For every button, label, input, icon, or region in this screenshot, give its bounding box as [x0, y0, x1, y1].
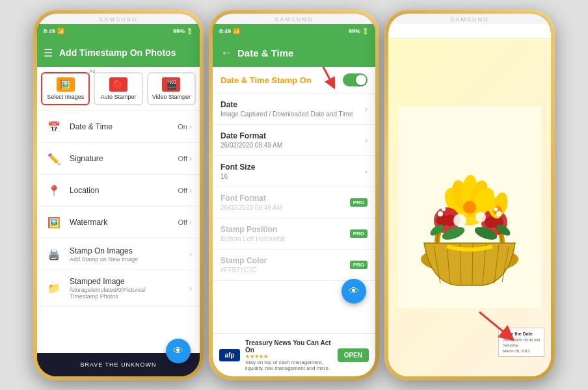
- video-stamper-label: Video Stamper: [152, 94, 191, 100]
- ts-line2: 26/02/2020 08:49 AM: [503, 337, 540, 343]
- stamp-position-value: Bottom Left Horizontal: [220, 235, 350, 242]
- datetime-content: Date & Time: [70, 122, 178, 131]
- hamburger-menu-icon[interactable]: ☰: [44, 47, 53, 59]
- select-images-button[interactable]: 🖼️ Select Images: [41, 72, 90, 105]
- time-2: 8:49: [219, 28, 231, 34]
- datetime-value: On: [178, 123, 187, 131]
- quick-actions-bar: Ad 🖼️ Select Images 🔴 Auto Stamper 🎬 Vid…: [37, 67, 200, 111]
- samsung-logo-3: SAMSUNG: [388, 14, 551, 24]
- menu-item-datetime[interactable]: 📅 Date & Time On ›: [37, 111, 200, 143]
- ad-label: Ad: [89, 68, 96, 74]
- date-value: Image Captured / Downloaded Date and Tim…: [220, 110, 365, 118]
- auto-stamper-button[interactable]: 🔴 Auto Stamper: [94, 72, 142, 105]
- date-title: Date: [220, 100, 365, 109]
- location-value: Off: [178, 187, 187, 194]
- time-1: 8:49: [44, 28, 55, 34]
- settings-row-font-size[interactable]: Font Size 16 ›: [213, 156, 375, 187]
- date-content: Date Image Captured / Downloaded Date an…: [220, 100, 365, 118]
- flower-basket-image: Save the Date 26/02/2020 08:49 AM Saturd…: [388, 38, 551, 376]
- app-toolbar-1: ☰ Add Timestamp On Photos: [37, 38, 200, 67]
- font-size-value: 16: [220, 173, 365, 180]
- menu-item-watermark[interactable]: 🖼️ Watermark Off ›: [37, 207, 200, 239]
- svg-point-36: [442, 207, 446, 211]
- fab-icon-1: 👁: [173, 345, 183, 357]
- font-size-content: Font Size 16: [220, 162, 365, 180]
- fab-button-1[interactable]: 👁: [166, 339, 191, 363]
- watermark-chevron: ›: [189, 218, 192, 227]
- phone-2: SAMSUNG 8:49 📶 99% 🔋 ← Date & Time: [209, 10, 379, 380]
- settings-row-font-format[interactable]: Font Format 26/02/2020 08:49 AM PRO: [213, 187, 375, 218]
- stamp-images-subtitle: Add Stamp on New Image: [70, 256, 189, 263]
- settings-row-date[interactable]: Date Image Captured / Downloaded Date an…: [213, 94, 375, 125]
- bottom-ad-text: BRAVE THE UNKNOWN: [80, 361, 156, 368]
- phone-3: SAMSUNG: [384, 10, 555, 380]
- font-format-value: 26/02/2020 08:49 AM: [220, 204, 350, 211]
- stamped-image-content: Stamped Image /storage/emulated/0/Pictur…: [70, 277, 189, 300]
- svg-point-37: [496, 211, 501, 216]
- pro-badge-font-format: PRO: [350, 198, 368, 207]
- phones-container: SAMSUNG 8:49 📶 99% 🔋 ☰ Add Timestamp On …: [27, 3, 561, 387]
- phone-1: SAMSUNG 8:49 📶 99% 🔋 ☰ Add Timestamp On …: [33, 10, 204, 380]
- datetime-chevron: ›: [189, 122, 192, 131]
- status-bar-1: 8:49 📶 99% 🔋: [37, 24, 200, 38]
- date-chevron: ›: [365, 105, 368, 114]
- signature-value: Off: [178, 155, 187, 162]
- back-button[interactable]: ←: [220, 46, 232, 60]
- status-right-2: 99% 🔋: [349, 28, 369, 34]
- afp-content: Treasury News You Can Act On ★★★★★ Stay …: [245, 339, 332, 371]
- afp-ad[interactable]: afp Treasury News You Can Act On ★★★★★ S…: [213, 333, 375, 376]
- ts-line4: March 06, 2013: [503, 348, 540, 354]
- stamp-position-content: Stamp Position Bottom Left Horizontal: [220, 225, 350, 242]
- date-format-content: Date Format 26/02/2020 08:49 AM: [220, 131, 365, 149]
- fab-button-2[interactable]: 👁: [341, 279, 366, 304]
- menu-item-stamp-images[interactable]: 🖨️ Stamp On Images Add Stamp on New Imag…: [37, 239, 200, 270]
- svg-point-35: [438, 211, 443, 216]
- video-stamper-icon: 🎬: [162, 77, 180, 92]
- phone-2-screen: SAMSUNG 8:49 📶 99% 🔋 ← Date & Time: [213, 14, 375, 376]
- samsung-logo-2: SAMSUNG: [213, 14, 375, 24]
- settings-row-stamp-color[interactable]: Stamp Color #FFB71C1C PRO: [213, 250, 375, 281]
- afp-logo: afp: [219, 349, 240, 361]
- settings-row-stamp-position[interactable]: Stamp Position Bottom Left Horizontal PR…: [213, 218, 375, 250]
- stamp-images-right: ›: [189, 250, 192, 259]
- signal-icon-2: 📶: [233, 28, 240, 34]
- select-images-icon: 🖼️: [57, 77, 75, 92]
- timestamp-overlay: Save the Date 26/02/2020 08:49 AM Saturd…: [498, 328, 544, 357]
- date-format-value: 26/02/2020 08:49 AM: [220, 142, 365, 149]
- menu-item-location[interactable]: 📍 Location Off ›: [37, 175, 200, 207]
- signature-icon: ✏️: [45, 150, 63, 168]
- status-right-1: 99% 🔋: [173, 28, 193, 34]
- page-toolbar-2: ← Date & Time: [213, 38, 375, 67]
- video-stamper-button[interactable]: 🎬 Video Stamper: [147, 72, 196, 105]
- stamp-images-chevron: ›: [189, 250, 192, 259]
- status-bar-3: [388, 24, 551, 38]
- settings-row-date-format[interactable]: Date Format 26/02/2020 08:49 AM ›: [213, 125, 375, 156]
- stamped-image-icon: 📁: [45, 280, 63, 298]
- datetime-toggle-switch[interactable]: [343, 73, 368, 86]
- stamped-image-chevron: ›: [189, 284, 192, 293]
- location-icon: 📍: [45, 181, 63, 200]
- battery-icon-1: 🔋: [186, 28, 193, 34]
- svg-point-34: [475, 212, 486, 222]
- font-format-title: Font Format: [220, 194, 350, 203]
- status-left-1: 8:49 📶: [44, 28, 64, 34]
- stamped-image-title: Stamped Image: [70, 277, 189, 286]
- stamped-image-right: ›: [189, 284, 192, 293]
- watermark-icon: 🖼️: [45, 213, 63, 231]
- menu-item-signature[interactable]: ✏️ Signature Off ›: [37, 143, 200, 175]
- phone-3-screen: SAMSUNG: [388, 14, 551, 376]
- afp-open-button[interactable]: OPEN: [338, 348, 369, 362]
- afp-title: Treasury News You Can Act On: [245, 339, 332, 354]
- watermark-right: Off ›: [178, 218, 192, 227]
- auto-stamper-icon: 🔴: [109, 77, 127, 92]
- svg-point-33: [453, 214, 466, 227]
- menu-list-1: 📅 Date & Time On › ✏️ Signature Of: [37, 111, 200, 353]
- toggle-label: Date & Time Stamp On: [220, 75, 343, 85]
- datetime-title: Date & Time: [70, 122, 178, 131]
- datetime-toggle-row[interactable]: Date & Time Stamp On: [213, 67, 375, 94]
- battery-1: 99%: [173, 28, 185, 34]
- auto-stamper-label: Auto Stamper: [100, 94, 136, 100]
- svg-point-21: [436, 214, 448, 226]
- status-bar-2: 8:49 📶 99% 🔋: [213, 24, 375, 38]
- menu-item-stamped-image[interactable]: 📁 Stamped Image /storage/emulated/0/Pict…: [37, 270, 200, 307]
